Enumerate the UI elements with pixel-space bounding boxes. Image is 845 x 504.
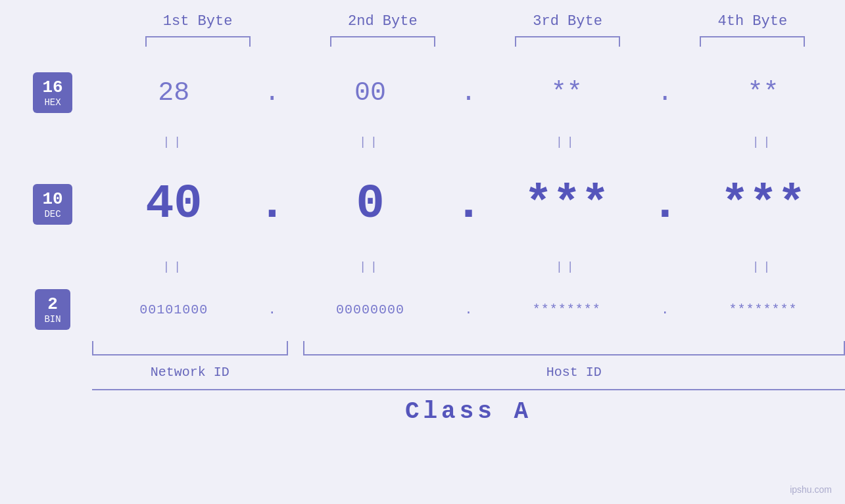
bin-badge: 2 BIN: [35, 289, 70, 330]
bin-row-inner: 00101000 . 00000000 . ********: [92, 302, 845, 317]
eq2-inner: || || || ||: [92, 260, 845, 273]
bin-sep2: .: [452, 302, 485, 317]
class-divider: [92, 389, 845, 390]
hex-b1: 28: [92, 78, 256, 108]
hex-b2: 00: [289, 78, 452, 108]
dec-b4-value: ***: [721, 177, 806, 231]
bin-b4-value: ********: [729, 302, 798, 317]
bottom-brackets: [92, 341, 845, 361]
equals-sym-6: ||: [359, 260, 381, 273]
dec-badge: 10 DEC: [33, 184, 72, 225]
eq2-b2: ||: [289, 260, 452, 273]
eq1-b4: ||: [681, 135, 845, 149]
network-bracket: [92, 341, 288, 355]
dec-sep2: .: [452, 177, 485, 231]
bin-b3: ********: [485, 302, 649, 317]
hex-badge-wrapper: 16 HEX: [33, 60, 72, 126]
dec-row-inner: 40 . 0 . *** .: [92, 177, 845, 231]
equals-sym-7: ||: [556, 260, 578, 273]
bin-row: 00101000 . 00000000 . ********: [92, 283, 845, 336]
bracket-cell-1: [105, 36, 290, 47]
bin-b3-value: ********: [533, 302, 601, 317]
bracket-cell-3: [475, 36, 660, 47]
dec-badge-wrapper: 10 DEC: [33, 158, 72, 250]
equals-sym-4: ||: [752, 135, 775, 149]
class-section: Class A: [0, 389, 845, 425]
dec-b3: ***: [485, 177, 649, 231]
network-id-text: Network ID: [151, 365, 229, 380]
bin-b4: ********: [681, 302, 845, 317]
hex-num: 16: [42, 78, 62, 97]
dec-sep1: .: [256, 177, 289, 231]
dec-dot3: .: [651, 177, 679, 231]
eq1-inner: || || || ||: [92, 135, 845, 149]
hex-row: 28 . 00 . ** .: [92, 60, 845, 126]
dec-dot1: .: [258, 177, 286, 231]
equals-sym-1: ||: [163, 135, 185, 149]
bin-b1-value: 00101000: [139, 302, 208, 317]
top-bracket-4: [700, 36, 805, 47]
dec-b2-value: 0: [356, 177, 385, 231]
bin-badge-wrapper: 2 BIN: [35, 283, 70, 336]
equals-sym-3: ||: [556, 135, 578, 149]
network-id-label: Network ID: [92, 365, 288, 380]
bin-label: BIN: [44, 314, 60, 325]
equals-row-2: || || || ||: [92, 250, 845, 283]
dec-b4: ***: [681, 177, 845, 231]
class-label-wrapper: Class A: [92, 398, 845, 425]
eq1-b3: ||: [485, 135, 649, 149]
dec-b3-value: ***: [524, 177, 610, 231]
host-bracket: [303, 341, 845, 355]
equals-row-1: || || || ||: [92, 126, 845, 158]
hex-badge: 16 HEX: [33, 72, 72, 113]
byte2-header: 2nd Byte: [290, 13, 475, 30]
badges-column: 16 HEX 10 DEC 2 BIN: [0, 60, 92, 380]
dec-sep3: .: [648, 177, 681, 231]
bin-b2-value: 00000000: [336, 302, 404, 317]
bin-b2: 00000000: [289, 302, 452, 317]
bin-dot2: .: [464, 302, 472, 317]
dec-b1: 40: [92, 177, 256, 231]
byte3-header: 3rd Byte: [475, 13, 660, 30]
eq2-b3: ||: [485, 260, 649, 273]
bin-dot1: .: [268, 302, 276, 317]
hex-b3: **: [485, 78, 649, 108]
main-container: 1st Byte 2nd Byte 3rd Byte 4th Byte 16 H…: [0, 0, 845, 504]
hex-sep1: .: [256, 78, 289, 108]
data-columns: 28 . 00 . ** .: [92, 60, 845, 380]
id-labels: Network ID Host ID: [92, 365, 845, 380]
dec-row: 40 . 0 . *** .: [92, 158, 845, 250]
watermark-text: ipshu.com: [790, 484, 832, 495]
bin-sep3: .: [648, 302, 681, 317]
hex-b4-value: **: [748, 78, 779, 108]
eq2-b4: ||: [681, 260, 845, 273]
bracket-cell-2: [290, 36, 475, 47]
equals-sym-5: ||: [163, 260, 185, 273]
eq1-b1: ||: [92, 135, 256, 149]
byte1-header: 1st Byte: [105, 13, 290, 30]
dec-b1-value: 40: [145, 177, 202, 231]
hex-b3-value: **: [551, 78, 583, 108]
host-id-text: Host ID: [546, 365, 602, 380]
id-spacer: [288, 365, 303, 380]
data-area: 16 HEX 10 DEC 2 BIN: [0, 60, 845, 380]
hex-dot1: .: [264, 78, 280, 108]
top-bracket-1: [145, 36, 251, 47]
top-bracket-2: [330, 36, 435, 47]
bin-dot3: .: [661, 302, 669, 317]
dec-label: DEC: [42, 209, 62, 219]
byte-headers: 1st Byte 2nd Byte 3rd Byte 4th Byte: [0, 0, 845, 30]
hex-b2-value: 00: [354, 78, 386, 108]
bracket-cell-4: [660, 36, 845, 47]
host-id-label: Host ID: [303, 365, 845, 380]
hex-dot2: .: [460, 78, 476, 108]
byte4-header: 4th Byte: [660, 13, 845, 30]
hex-dot3: .: [657, 78, 673, 108]
eq2-b1: ||: [92, 260, 256, 273]
dec-num: 10: [42, 189, 62, 209]
watermark: ipshu.com: [790, 484, 832, 495]
bin-b1: 00101000: [92, 302, 256, 317]
hex-sep2: .: [452, 78, 485, 108]
hex-b1-value: 28: [158, 78, 189, 108]
hex-label: HEX: [42, 97, 62, 108]
